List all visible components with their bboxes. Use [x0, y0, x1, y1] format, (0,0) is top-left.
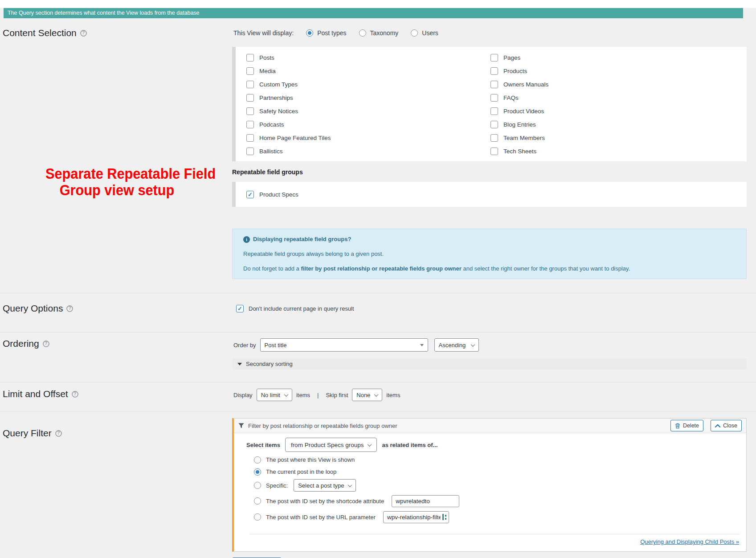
radio-unchecked-icon[interactable] — [254, 456, 261, 464]
post-type-option[interactable]: Partnerships — [246, 91, 490, 104]
skip-first-label: Skip first — [326, 392, 348, 398]
help-icon[interactable] — [55, 430, 62, 437]
separator: | — [317, 392, 319, 398]
owner-option-shortcode-attribute[interactable]: The post with ID set by the shortcode at… — [254, 493, 740, 509]
owner-option-specific[interactable]: Specific: Select a post type — [254, 478, 740, 493]
checkbox-unchecked-icon[interactable] — [490, 134, 498, 142]
checkbox-unchecked-icon[interactable] — [490, 94, 498, 102]
radio-label: Users — [422, 29, 438, 37]
radio-unchecked-icon[interactable] — [254, 497, 261, 505]
close-button-label: Close — [723, 423, 737, 429]
post-type-option[interactable]: Product Videos — [490, 104, 747, 118]
post-types-panel: Posts Media Custom Types Partnerships Sa… — [232, 47, 747, 161]
post-type-option[interactable]: Ballistics — [246, 144, 490, 158]
url-parameter-input[interactable] — [383, 511, 449, 523]
order-direction-select[interactable]: Ascending — [434, 338, 479, 352]
checkbox-unchecked-icon[interactable] — [246, 121, 254, 128]
limit-offset-title-text: Limit and Offset — [3, 389, 68, 399]
secondary-sorting-toggle[interactable]: Secondary sorting — [232, 358, 747, 369]
post-type-option[interactable]: Home Page Featured Tiles — [246, 131, 490, 144]
display-option-taxonomy[interactable]: Taxonomy — [359, 29, 399, 37]
content-selection-section: Content Selection This View will display… — [0, 18, 756, 293]
owner-option-current-post[interactable]: The current post in the loop — [254, 466, 740, 478]
checkbox-label: Home Page Featured Tiles — [259, 135, 331, 141]
skip-first-select[interactable]: None — [352, 389, 382, 401]
post-type-option[interactable]: FAQs — [490, 91, 747, 104]
checkbox-unchecked-icon[interactable] — [246, 107, 254, 115]
post-type-option[interactable]: Products — [490, 64, 747, 78]
post-type-option[interactable]: Blog Entries — [490, 118, 747, 131]
checkbox-unchecked-icon[interactable] — [490, 107, 498, 115]
checkbox-unchecked-icon[interactable] — [490, 148, 498, 155]
repeatable-group-option[interactable]: Product Specs — [246, 188, 747, 201]
post-type-option[interactable]: Team Members — [490, 131, 747, 144]
post-type-option[interactable]: Safety Notices — [246, 104, 490, 118]
checkbox-unchecked-icon[interactable] — [490, 81, 498, 88]
dont-include-current-page-option[interactable]: Don't include current page in query resu… — [232, 303, 747, 314]
select-items-label: Select items — [246, 442, 280, 448]
radio-unchecked-icon[interactable] — [254, 513, 261, 521]
close-filter-button[interactable]: Close — [711, 420, 742, 431]
checkbox-checked-icon[interactable] — [236, 305, 244, 312]
checkbox-unchecked-icon[interactable] — [246, 67, 254, 75]
chevron-down-icon — [374, 392, 379, 397]
filter-title: Filter by post relationship or repeatabl… — [248, 423, 666, 429]
order-by-select[interactable]: Post title — [260, 338, 428, 352]
info-box-line2-bold: filter by post relationship or repeatabl… — [301, 265, 461, 272]
triangle-down-icon — [237, 363, 242, 365]
info-icon — [243, 236, 250, 243]
dropdown-arrow-icon — [420, 344, 424, 346]
checkbox-checked-icon[interactable] — [246, 191, 254, 198]
radio-unchecked-icon[interactable] — [254, 482, 261, 489]
specific-post-type-select[interactable]: Select a post type — [294, 479, 356, 492]
repeatable-groups-info-box: Displaying repeatable field groups? Repe… — [232, 229, 747, 279]
select-items-source-select[interactable]: from Product Specs groups — [285, 438, 377, 452]
query-options-section: Query Options Don't include current page… — [0, 293, 756, 332]
checkbox-unchecked-icon[interactable] — [246, 81, 254, 88]
toolset-shortcode-icon[interactable] — [442, 514, 448, 521]
scrollbar[interactable] — [232, 182, 236, 207]
post-type-option[interactable]: Pages — [490, 51, 747, 64]
checkbox-label: Owners Manuals — [503, 81, 548, 88]
radio-unchecked-icon[interactable] — [359, 29, 366, 37]
checkbox-unchecked-icon[interactable] — [246, 54, 254, 62]
shortcode-attribute-input[interactable] — [392, 495, 459, 507]
display-option-users[interactable]: Users — [411, 29, 438, 37]
radio-unchecked-icon[interactable] — [411, 29, 418, 37]
checkbox-unchecked-icon[interactable] — [490, 54, 498, 62]
owner-option-view-post[interactable]: The post where this View is shown — [254, 454, 740, 466]
filter-body: Select items from Product Specs groups a… — [234, 433, 746, 551]
querying-child-posts-link[interactable]: Querying and Displaying Child Posts » — [640, 538, 739, 545]
delete-filter-button[interactable]: Delete — [670, 420, 703, 431]
help-icon[interactable] — [72, 391, 78, 398]
owner-option-url-parameter[interactable]: The post with ID set by the URL paramete… — [254, 509, 740, 525]
help-icon[interactable] — [80, 30, 87, 37]
post-type-option[interactable]: Media — [246, 64, 490, 78]
checkbox-label: FAQs — [503, 94, 519, 101]
radio-checked-icon[interactable] — [306, 29, 313, 37]
checkbox-unchecked-icon[interactable] — [246, 134, 254, 142]
display-option-post-types[interactable]: Post types — [306, 29, 346, 37]
checkbox-unchecked-icon[interactable] — [246, 148, 254, 155]
post-type-option[interactable]: Tech Sheets — [490, 144, 747, 158]
post-type-option[interactable]: Podcasts — [246, 118, 490, 131]
checkbox-unchecked-icon[interactable] — [246, 94, 254, 102]
relationship-filter-box: Filter by post relationship or repeatabl… — [232, 418, 747, 552]
trash-icon — [675, 423, 680, 429]
radio-checked-icon[interactable] — [254, 468, 261, 476]
post-type-option[interactable]: Custom Types — [246, 78, 490, 91]
info-box-line1: Repeatable field groups always belong to… — [243, 250, 736, 258]
query-filter-title: Query Filter — [3, 428, 232, 439]
content-selection-title: Content Selection — [3, 28, 232, 38]
display-limit-select[interactable]: No limit — [257, 389, 292, 401]
checkbox-label: Product Videos — [503, 108, 544, 115]
checkbox-unchecked-icon[interactable] — [490, 67, 498, 75]
help-icon[interactable] — [66, 305, 73, 312]
checkbox-unchecked-icon[interactable] — [490, 121, 498, 128]
help-icon[interactable] — [43, 341, 49, 347]
scrollbar[interactable] — [232, 47, 236, 161]
secondary-sorting-label: Secondary sorting — [246, 361, 293, 367]
post-type-option[interactable]: Owners Manuals — [490, 78, 747, 91]
delete-button-label: Delete — [683, 423, 699, 429]
post-type-option[interactable]: Posts — [246, 51, 490, 64]
